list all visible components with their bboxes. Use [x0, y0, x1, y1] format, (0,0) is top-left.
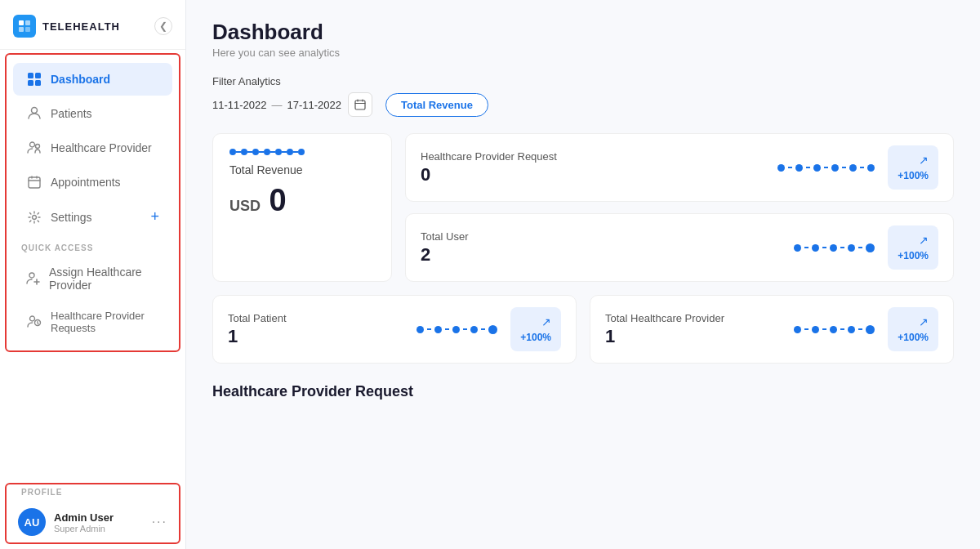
total-hp-card: Total Healthcare Provider 1 ↗ +100% [590, 295, 954, 364]
sidebar-item-assign-hp-label: Assign Healthcare Provider [49, 266, 159, 292]
sidebar-item-assign-hp[interactable]: Assign Healthcare Provider [13, 257, 172, 300]
total-user-trend-pct: +100% [898, 250, 929, 261]
svg-rect-11 [29, 177, 40, 188]
svg-rect-2 [19, 27, 24, 32]
total-hp-trend-pct: +100% [898, 332, 929, 343]
sidebar-item-appointments-label: Appointments [51, 176, 121, 189]
sidebar-item-appointments[interactable]: Appointments [13, 166, 172, 199]
bottom-section-title: Healthcare Provider Request [212, 383, 954, 400]
profile-name: Admin User [54, 511, 144, 524]
profile-label: PROFILE [7, 484, 179, 502]
total-patient-chart [416, 325, 497, 334]
total-hp-value: 1 [605, 326, 784, 347]
logo-text: TELEHEALTH [42, 20, 120, 33]
sidebar-item-dashboard[interactable]: Dashboard [13, 63, 172, 96]
appointments-icon [26, 174, 42, 190]
date-from: 11-11-2022 [212, 99, 267, 111]
sidebar-item-hp-requests-label: Healthcare ProviderRequests [51, 310, 145, 334]
total-hp-chart [794, 325, 875, 334]
page-subtitle: Here you can see analytics [212, 47, 954, 59]
svg-point-8 [32, 108, 38, 114]
stats-top-row: Total Revenue USD 0 Healthcare Provider … [212, 133, 954, 282]
settings-icon [26, 209, 42, 225]
svg-rect-4 [28, 73, 33, 78]
total-user-value: 2 [421, 244, 784, 266]
svg-rect-3 [25, 27, 30, 32]
sidebar-item-settings-label: Settings [51, 211, 92, 224]
filter-label: Filter Analytics [212, 75, 954, 87]
date-separator: — [272, 99, 283, 111]
total-hp-trend-arrow: ↗ [919, 315, 929, 328]
sidebar-item-hp-requests[interactable]: Healthcare ProviderRequests [13, 301, 172, 342]
hp-requests-icon [26, 314, 42, 330]
total-patient-info: Total Patient 1 [228, 312, 407, 347]
svg-rect-16 [355, 100, 365, 109]
profile-menu-dots[interactable]: ··· [152, 515, 167, 529]
logo-icon [13, 15, 36, 38]
filter-row: 11-11-2022 — 17-11-2022 Total Revenue [212, 92, 954, 117]
calendar-icon-button[interactable] [348, 92, 372, 117]
right-stats: Healthcare Provider Request 0 ↗ +100% [405, 133, 954, 282]
total-user-trend-box: ↗ +100% [888, 225, 938, 270]
profile-info: Admin User Super Admin [54, 511, 144, 533]
total-patient-trend-pct: +100% [520, 332, 551, 343]
total-patient-label: Total Patient [228, 312, 407, 324]
quick-access-label: QUICK ACCESS [7, 235, 179, 256]
avatar: AU [18, 508, 46, 536]
hp-request-trend-box: ↗ +100% [888, 145, 938, 190]
hp-request-label: Healthcare Provider Request [421, 150, 768, 163]
dashboard-icon [26, 71, 42, 87]
patients-icon [26, 105, 42, 122]
total-revenue-card: Total Revenue USD 0 [212, 133, 392, 282]
svg-rect-7 [35, 80, 41, 86]
total-patient-trend-box: ↗ +100% [510, 307, 561, 351]
svg-point-13 [29, 273, 34, 278]
profile-item[interactable]: AU Admin User Super Admin ··· [7, 502, 179, 542]
date-to: 17-11-2022 [287, 99, 342, 111]
svg-point-10 [36, 145, 40, 149]
stats-bottom-row: Total Patient 1 ↗ +100% Total Healthcare… [212, 295, 954, 364]
profile-section-highlight: PROFILE AU Admin User Super Admin ··· [5, 483, 180, 544]
sidebar-item-patients-label: Patients [51, 107, 92, 120]
svg-point-9 [30, 142, 35, 147]
sidebar-item-healthcare-provider[interactable]: Healthcare Provider [13, 132, 172, 164]
hp-request-trend-pct: +100% [898, 170, 929, 181]
total-hp-label: Total Healthcare Provider [605, 312, 784, 324]
total-revenue-value: USD 0 [229, 183, 375, 218]
sidebar-collapse-button[interactable]: ❮ [154, 17, 172, 35]
hp-request-chart [777, 164, 875, 172]
total-revenue-filter-button[interactable]: Total Revenue [385, 93, 488, 117]
main-content: Dashboard Here you can see analytics Fil… [186, 0, 980, 549]
sidebar-item-patients[interactable]: Patients [13, 97, 172, 130]
total-revenue-label: Total Revenue [229, 163, 375, 176]
profile-role: Super Admin [54, 524, 144, 533]
hp-request-card: Healthcare Provider Request 0 ↗ +100% [405, 133, 954, 202]
svg-rect-1 [25, 20, 30, 25]
total-patient-trend-arrow: ↗ [541, 315, 551, 328]
sidebar-item-hp-label: Healthcare Provider [51, 141, 152, 154]
total-patient-value: 1 [228, 326, 407, 347]
svg-rect-0 [19, 20, 24, 25]
sidebar-item-dashboard-label: Dashboard [51, 73, 110, 86]
filter-bar: Filter Analytics 11-11-2022 — 17-11-2022… [212, 75, 954, 117]
hp-request-info: Healthcare Provider Request 0 [421, 150, 768, 185]
svg-rect-6 [28, 80, 33, 86]
hp-request-value: 0 [421, 164, 768, 185]
svg-point-14 [30, 316, 35, 321]
logo-bar: TELEHEALTH ❮ [0, 0, 185, 50]
settings-add-button[interactable]: + [150, 208, 159, 225]
sidebar-nav: Dashboard Patients [7, 55, 179, 350]
hp-request-trend-arrow: ↗ [919, 154, 929, 167]
healthcare-provider-icon [26, 140, 42, 156]
total-patient-card: Total Patient 1 ↗ +100% [212, 295, 577, 364]
usd-prefix: USD [229, 198, 261, 214]
svg-rect-5 [35, 73, 41, 78]
sidebar-item-settings[interactable]: Settings + [13, 200, 172, 234]
assign-hp-icon [26, 270, 41, 287]
date-range: 11-11-2022 — 17-11-2022 [212, 99, 341, 111]
total-hp-trend-box: ↗ +100% [888, 307, 938, 351]
sidebar-nav-highlight: Dashboard Patients [5, 53, 180, 352]
page-title: Dashboard [212, 20, 954, 45]
svg-point-12 [33, 215, 37, 219]
total-user-card: Total User 2 ↗ +100% [405, 213, 954, 282]
